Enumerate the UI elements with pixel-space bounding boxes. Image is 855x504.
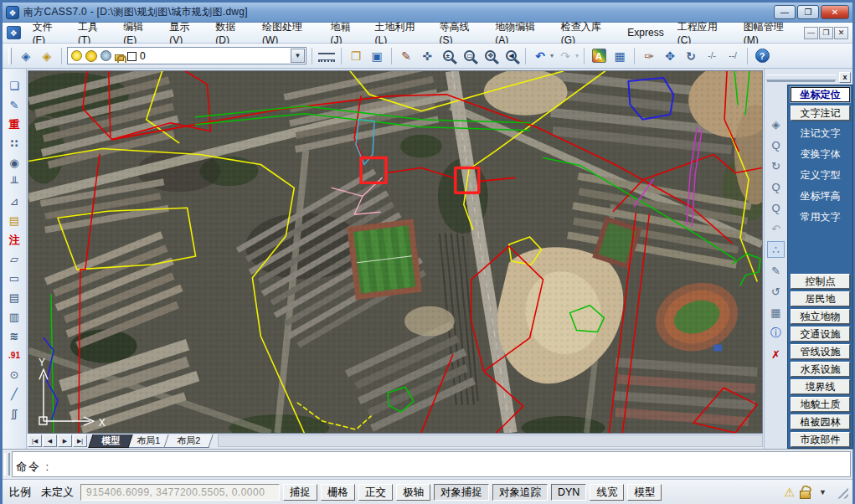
edit-symbol-icon[interactable]: ✎ bbox=[4, 96, 24, 114]
attribute-table-icon[interactable]: ▦ bbox=[767, 304, 785, 321]
layer-combobox[interactable]: 0 ▼ bbox=[67, 47, 306, 64]
toggle-osnap[interactable]: 对象捕捉 bbox=[434, 484, 489, 501]
resize-grip[interactable] bbox=[835, 486, 848, 499]
undo-icon[interactable]: ↶ bbox=[531, 47, 549, 65]
zoom-window-icon[interactable]: Q bbox=[767, 178, 785, 195]
save-icon[interactable]: ▣ bbox=[368, 47, 386, 65]
tab-last-icon[interactable]: ▶| bbox=[73, 435, 87, 447]
match-properties-icon[interactable]: ✑ bbox=[640, 47, 658, 65]
tab-first-icon[interactable]: |◀ bbox=[28, 435, 42, 447]
text-style-icon[interactable]: A bbox=[590, 47, 608, 65]
communication-warning-icon[interactable]: ⚠ bbox=[785, 486, 796, 499]
menu-item-municipal-parts[interactable]: 市政部件 bbox=[791, 432, 850, 447]
symbol-grid-icon[interactable]: ∷ bbox=[4, 135, 24, 152]
toggle-model[interactable]: 模型 bbox=[627, 484, 662, 501]
toolbar-grip[interactable] bbox=[8, 48, 12, 64]
orbit-icon[interactable]: ↻ bbox=[767, 157, 785, 174]
menu-item-text-annotation[interactable]: 文字注记 bbox=[791, 105, 850, 121]
edit-area-icon[interactable]: ✎ bbox=[767, 262, 785, 279]
tab-layout2[interactable]: 布局2 bbox=[164, 435, 214, 448]
help-icon[interactable]: ? bbox=[753, 47, 771, 65]
menu-item-independent-feature[interactable]: 独立地物 bbox=[791, 309, 850, 324]
undo-view-icon[interactable]: ↶ bbox=[767, 220, 785, 237]
road-curve-icon[interactable]: ≋ bbox=[4, 327, 24, 345]
zoom-object-icon[interactable]: Q bbox=[767, 136, 785, 153]
table-style-icon[interactable]: ▦ bbox=[610, 47, 629, 65]
menu-item-coord-elevation[interactable]: 坐标坪高 bbox=[791, 189, 850, 204]
redo-dropdown-icon[interactable]: ▾ bbox=[575, 52, 579, 59]
menu-express[interactable]: Express bbox=[621, 24, 670, 41]
redraw-icon[interactable]: 重 bbox=[4, 116, 24, 133]
unlock-icon[interactable] bbox=[800, 491, 811, 499]
redo-icon[interactable]: ↷ bbox=[556, 47, 574, 65]
polygon-icon[interactable]: ▱ bbox=[4, 250, 24, 268]
command-input-area[interactable]: 命令 : bbox=[12, 451, 851, 477]
zoom-realtime-icon[interactable]: ± bbox=[439, 47, 457, 65]
status-dropdown-icon[interactable]: ▼ bbox=[819, 488, 827, 496]
toggle-dyn[interactable]: DYN bbox=[551, 484, 586, 501]
layer-previous-icon[interactable]: ◈ bbox=[38, 47, 56, 65]
menu-item-common-text[interactable]: 常用文字 bbox=[791, 210, 850, 225]
draw-pencil-icon[interactable]: ✎ bbox=[397, 47, 415, 65]
dock-grip[interactable] bbox=[766, 75, 836, 80]
document-icon[interactable]: ❖ bbox=[7, 26, 21, 39]
break-at-point-icon[interactable]: -/- bbox=[703, 47, 721, 65]
mdi-minimize-button[interactable]: — bbox=[804, 27, 818, 39]
zoom-extents-icon[interactable]: ✥ bbox=[481, 47, 499, 65]
control-point-icon[interactable]: ⊙ bbox=[4, 366, 24, 383]
annotate-icon[interactable]: 注 bbox=[4, 231, 24, 249]
menu-item-coordinate-locate[interactable]: 坐标定位 bbox=[791, 87, 850, 102]
draw-symbol-icon[interactable]: ❏ bbox=[4, 77, 24, 95]
menu-item-water-system[interactable]: 水系设施 bbox=[791, 362, 850, 377]
slope-line-icon[interactable]: ╱ bbox=[4, 385, 24, 403]
menu-item-residential[interactable]: 居民地 bbox=[791, 291, 850, 306]
building-grid-icon[interactable]: ▥ bbox=[4, 308, 24, 326]
delete-icon[interactable]: ✗ bbox=[767, 346, 785, 363]
ruler-icon[interactable]: ▤ bbox=[4, 212, 24, 229]
menu-item-boundary[interactable]: 境界线 bbox=[791, 379, 850, 394]
command-grip[interactable] bbox=[4, 453, 10, 476]
building-row-icon[interactable]: ▤ bbox=[4, 289, 24, 306]
toggle-grid[interactable]: 栅格 bbox=[321, 484, 355, 501]
zoom-window-icon[interactable]: ▭ bbox=[460, 47, 478, 65]
layer-manager-icon[interactable]: ◈ bbox=[17, 47, 35, 65]
rectangle-icon[interactable]: ▭ bbox=[4, 270, 24, 287]
tab-next-icon[interactable]: ▶ bbox=[58, 435, 72, 447]
combo-dropdown-icon[interactable]: ▼ bbox=[291, 49, 305, 63]
menu-item-vegetation[interactable]: 植被园林 bbox=[791, 414, 850, 429]
toggle-otrack[interactable]: 对象追踪 bbox=[492, 484, 548, 501]
layers-icon[interactable]: ◈ bbox=[767, 116, 785, 132]
info-icon[interactable]: ⓘ bbox=[767, 325, 785, 342]
toggle-ortho[interactable]: 正交 bbox=[358, 484, 393, 501]
stakeout-icon[interactable]: ╨ bbox=[4, 173, 24, 191]
rotate-icon[interactable]: ↻ bbox=[682, 47, 700, 65]
linetype-icon[interactable] bbox=[317, 47, 336, 65]
undo-dropdown-icon[interactable]: ▾ bbox=[550, 52, 554, 59]
graph-query-icon[interactable]: ⊿ bbox=[4, 193, 24, 210]
menu-item-define-style[interactable]: 定义字型 bbox=[791, 168, 850, 183]
freehand-curve-icon[interactable]: ʃʃ bbox=[4, 404, 24, 422]
menu-item-pipeline[interactable]: 管线设施 bbox=[791, 344, 850, 359]
dock-close-icon[interactable]: x bbox=[839, 72, 851, 83]
menu-item-landform[interactable]: 地貌土质 bbox=[791, 397, 850, 412]
mdi-restore-button[interactable]: ❐ bbox=[819, 27, 833, 39]
move-icon[interactable]: ✥ bbox=[661, 47, 679, 65]
elevation-point-icon[interactable]: .91 bbox=[4, 347, 24, 364]
pan-icon[interactable]: ✜ bbox=[418, 47, 436, 65]
tab-prev-icon[interactable]: ◀ bbox=[43, 435, 57, 447]
open-icon[interactable]: ❐ bbox=[347, 47, 365, 65]
toggle-lineweight[interactable]: 线宽 bbox=[590, 484, 624, 501]
toggle-snap[interactable]: 捕捉 bbox=[283, 484, 317, 501]
menu-item-transport[interactable]: 交通设施 bbox=[791, 327, 850, 342]
break-icon[interactable]: --/ bbox=[724, 47, 742, 65]
refresh-icon[interactable]: ↺ bbox=[767, 283, 785, 300]
mdi-close-button[interactable]: ✕ bbox=[834, 27, 848, 39]
zoom-previous-icon[interactable]: ◀ bbox=[502, 47, 520, 65]
map-viewport[interactable]: Y X bbox=[28, 70, 763, 434]
view-camera-icon[interactable]: ◉ bbox=[4, 154, 24, 172]
point-display-icon[interactable]: ∴ bbox=[767, 241, 785, 258]
toggle-polar[interactable]: 极轴 bbox=[396, 484, 430, 501]
zoom-center-icon[interactable]: Q bbox=[767, 199, 785, 216]
horizontal-scrollbar[interactable] bbox=[218, 435, 763, 447]
menu-item-control-point[interactable]: 控制点 bbox=[791, 274, 850, 289]
